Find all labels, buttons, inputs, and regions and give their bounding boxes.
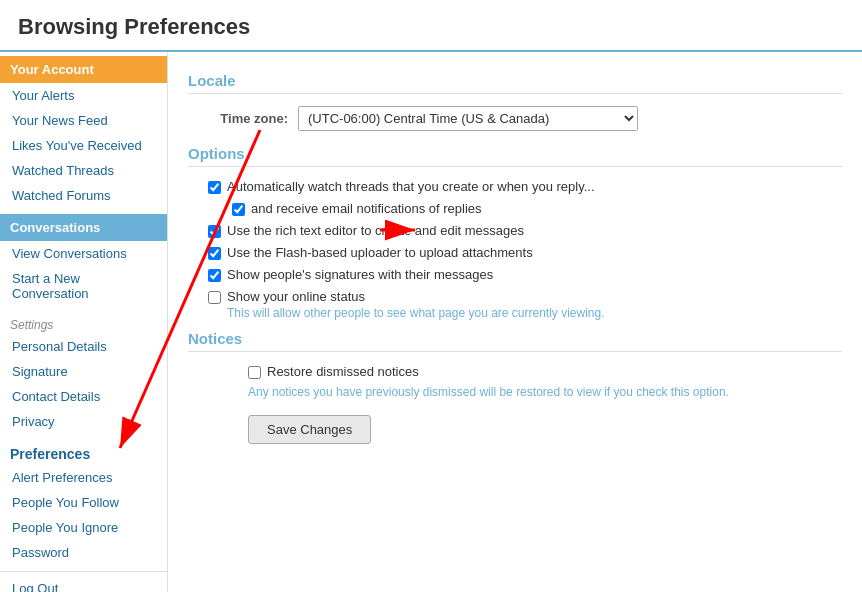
option-flash-uploader-label: Use the Flash-based uploader to upload a… xyxy=(227,245,533,260)
save-btn-row: Save Changes xyxy=(248,415,842,444)
page-title: Browsing Preferences xyxy=(0,0,862,52)
sidebar-conversations-group: View Conversations Start a New Conversat… xyxy=(0,241,167,306)
notices-heading: Notices xyxy=(188,330,842,352)
sidebar-settings-label: Settings xyxy=(0,312,167,334)
online-status-subtext: This will allow other people to see what… xyxy=(227,306,605,320)
locale-row: Time zone: (UTC-06:00) Central Time (US … xyxy=(208,106,842,131)
sidebar-account-group: Your Alerts Your News Feed Likes You've … xyxy=(0,83,167,208)
sidebar-conversations-header: Conversations xyxy=(0,214,167,241)
sidebar-item-personal-details[interactable]: Personal Details xyxy=(0,334,167,359)
online-status-wrapper: Show your online status This will allow … xyxy=(227,289,605,320)
options-list: Automatically watch threads that you cre… xyxy=(208,179,842,320)
option-show-signatures: Show people's signatures with their mess… xyxy=(208,267,842,282)
sidebar-item-view-conversations[interactable]: View Conversations xyxy=(0,241,167,266)
save-changes-button[interactable]: Save Changes xyxy=(248,415,371,444)
sidebar-item-watched-threads[interactable]: Watched Threads xyxy=(0,158,167,183)
option-auto-watch: Automatically watch threads that you cre… xyxy=(208,179,842,194)
sidebar-settings-group: Personal Details Signature Contact Detai… xyxy=(0,334,167,434)
sidebar: Your Account Your Alerts Your News Feed … xyxy=(0,52,168,592)
content-area: Locale Time zone: (UTC-06:00) Central Ti… xyxy=(168,52,862,592)
sidebar-item-people-follow[interactable]: People You Follow xyxy=(0,490,167,515)
option-online-status: Show your online status This will allow … xyxy=(208,289,842,320)
checkbox-auto-watch[interactable] xyxy=(208,181,221,194)
option-rich-text-label: Use the rich text editor to create and e… xyxy=(227,223,524,238)
sidebar-your-account-header: Your Account xyxy=(0,56,167,83)
option-auto-watch-label: Automatically watch threads that you cre… xyxy=(227,179,595,194)
option-email-notifications-label: and receive email notifications of repli… xyxy=(251,201,482,216)
sidebar-item-watched-forums[interactable]: Watched Forums xyxy=(0,183,167,208)
timezone-select[interactable]: (UTC-06:00) Central Time (US & Canada) xyxy=(298,106,638,131)
timezone-label: Time zone: xyxy=(208,111,288,126)
sidebar-item-privacy[interactable]: Privacy xyxy=(0,409,167,434)
restore-notices-label: Restore dismissed notices xyxy=(267,364,419,379)
option-rich-text: Use the rich text editor to create and e… xyxy=(208,223,842,238)
options-heading: Options xyxy=(188,145,842,167)
option-email-notifications: and receive email notifications of repli… xyxy=(232,201,842,216)
option-online-status-label: Show your online status xyxy=(227,289,605,304)
sidebar-item-contact-details[interactable]: Contact Details xyxy=(0,384,167,409)
option-show-signatures-label: Show people's signatures with their mess… xyxy=(227,267,493,282)
sidebar-item-likes[interactable]: Likes You've Received xyxy=(0,133,167,158)
sidebar-item-start-conversation[interactable]: Start a New Conversation xyxy=(0,266,167,306)
sidebar-preferences-header: Preferences xyxy=(0,440,167,465)
sidebar-item-alert-preferences[interactable]: Alert Preferences xyxy=(0,465,167,490)
checkbox-online-status[interactable] xyxy=(208,291,221,304)
sidebar-preferences-group: Alert Preferences People You Follow Peop… xyxy=(0,465,167,565)
checkbox-rich-text[interactable] xyxy=(208,225,221,238)
sidebar-item-signature[interactable]: Signature xyxy=(0,359,167,384)
sidebar-item-logout[interactable]: Log Out xyxy=(0,576,167,592)
sidebar-item-people-ignore[interactable]: People You Ignore xyxy=(0,515,167,540)
sidebar-item-news-feed[interactable]: Your News Feed xyxy=(0,108,167,133)
sidebar-item-your-alerts[interactable]: Your Alerts xyxy=(0,83,167,108)
checkbox-show-signatures[interactable] xyxy=(208,269,221,282)
restore-notices-subtext: Any notices you have previously dismisse… xyxy=(248,385,842,399)
checkbox-email-notifications[interactable] xyxy=(232,203,245,216)
sidebar-item-password[interactable]: Password xyxy=(0,540,167,565)
locale-heading: Locale xyxy=(188,72,842,94)
checkbox-restore-notices[interactable] xyxy=(248,366,261,379)
option-flash-uploader: Use the Flash-based uploader to upload a… xyxy=(208,245,842,260)
notices-item: Restore dismissed notices xyxy=(248,364,842,379)
checkbox-flash-uploader[interactable] xyxy=(208,247,221,260)
